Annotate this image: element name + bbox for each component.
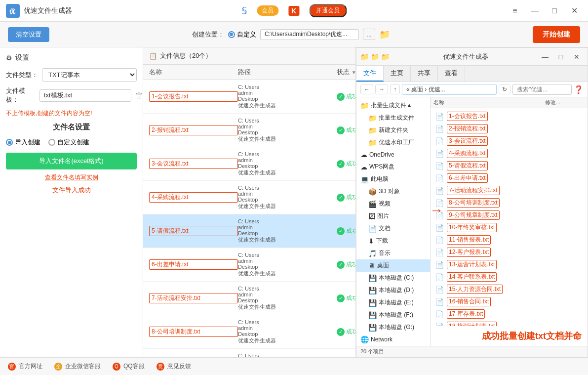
sogou-icon[interactable]: 𝕊	[241, 5, 247, 16]
radio-custom[interactable]: 自定义创建	[48, 138, 89, 147]
tree-item[interactable]: 🌐Network	[356, 333, 430, 345]
tree-item[interactable]: ☁WPS网盘	[356, 161, 430, 173]
folder-button[interactable]: 📁	[379, 29, 390, 40]
status-cell: ✓ 成功	[337, 126, 355, 134]
location-radio[interactable]: 自定义	[228, 30, 256, 39]
status-item-QQ客服[interactable]: QQQ客服	[113, 362, 145, 371]
refresh-btn[interactable]: ↻	[499, 84, 510, 94]
table-row[interactable]: 1-会议报告.txt C: UsersadminDesktop优速文件生成器 ✓…	[143, 80, 355, 114]
start-button[interactable]: 开始创建	[533, 26, 580, 43]
folder-red-icon: 📁	[371, 53, 379, 61]
menu-button[interactable]: ≡	[507, 4, 523, 18]
close-button[interactable]: ✕	[566, 4, 582, 18]
tree-icon: 💾	[368, 311, 377, 319]
file-item[interactable]: 📄9-公司规章制度.txt	[432, 209, 586, 221]
file-item[interactable]: 📄16-销售合同.txt	[432, 295, 586, 308]
check-icon: ✓	[337, 160, 345, 168]
status-item-官方网址[interactable]: 官官方网址	[8, 362, 42, 371]
tree-item[interactable]: 🎬视频	[356, 198, 430, 210]
tree-item[interactable]: 🎵音乐	[356, 247, 430, 259]
file-type-select[interactable]: TXT记事本	[42, 68, 137, 82]
file-item[interactable]: 📄1-会议报告.txt	[432, 110, 586, 123]
tree-item[interactable]: 🖼图片	[356, 210, 430, 222]
explorer-min[interactable]: —	[538, 51, 552, 63]
file-item[interactable]: 📄18-培训计划表.txt	[432, 320, 586, 326]
up-btn[interactable]: ↑	[390, 84, 400, 94]
tree-item[interactable]: ☁OneDrive	[356, 149, 430, 161]
table-row[interactable]: 7-活动流程安排.txt C: UsersadminDesktop优速文件生成器…	[143, 282, 355, 315]
file-item[interactable]: 📄3-会议流程.txt	[432, 135, 586, 147]
help-icon[interactable]: ❓	[574, 85, 584, 94]
address-bar[interactable]	[402, 84, 497, 95]
filename-title: 文件名设置	[6, 123, 137, 132]
table-row[interactable]: 6-出差申请.txt C: UsersadminDesktop优速文件生成器 ✓…	[143, 248, 355, 282]
tree-item[interactable]: 🖥桌面	[356, 259, 430, 272]
tree-item[interactable]: 📁批量生成文件	[356, 112, 430, 124]
status-item-企业微信客服[interactable]: 企企业微信客服	[54, 362, 101, 371]
table-row[interactable]: 4-采购流程.txt C: UsersadminDesktop优速文件生成器 ✓…	[143, 181, 355, 214]
explorer-close[interactable]: ✕	[570, 51, 584, 63]
tree-label: WPS网盘	[369, 163, 394, 171]
status-cell: ✓ 成功	[337, 328, 355, 336]
tree-item[interactable]: 📦3D 对象	[356, 185, 430, 198]
tree-item[interactable]: 📁优速水印工厂	[356, 136, 430, 149]
ribbon-tab-文件[interactable]: 文件	[356, 66, 384, 82]
tree-item[interactable]: 📁新建文件夹	[356, 124, 430, 136]
tree-item[interactable]: 📄文档	[356, 222, 430, 235]
settings-header: ⚙ 设置	[6, 53, 137, 62]
table-row[interactable]: 9-公司规章制度.txt C: UsersadminDesktop优速文件生成器…	[143, 349, 355, 357]
example-link[interactable]: 查看文件名填写实例	[6, 173, 137, 182]
file-template-input[interactable]	[39, 89, 131, 102]
clear-button[interactable]: 清空设置	[8, 27, 49, 42]
file-item[interactable]: 📄13-运营计划表.txt	[432, 258, 586, 271]
table-row[interactable]: 5-请假流程.txt C: UsersadminDesktop优速文件生成器 ✓…	[143, 214, 355, 248]
file-item[interactable]: 📄2-报销流程.txt	[432, 123, 586, 135]
status-cell: ✓ 成功	[337, 92, 355, 101]
delete-icon[interactable]: 🗑	[135, 91, 143, 100]
status-item-意见反馈[interactable]: 意意见反馈	[157, 362, 191, 371]
ribbon-tab-查看[interactable]: 查看	[438, 66, 465, 82]
search-input[interactable]	[512, 84, 572, 95]
import-button[interactable]: 导入文件名(excel格式)	[6, 153, 137, 169]
file-item[interactable]: 📄4-采购流程.txt	[432, 147, 586, 160]
item-count: 20 个项目	[360, 348, 384, 355]
path-input[interactable]	[260, 29, 359, 40]
dots-button[interactable]: ...	[363, 29, 375, 40]
txt-icon: 📄	[435, 137, 444, 145]
tree-item[interactable]: 💾本地磁盘 (C:)	[356, 272, 430, 284]
tree-icon: 🖼	[368, 212, 375, 220]
huiyuan-badge[interactable]: 会员	[257, 5, 278, 16]
tree-item[interactable]: 💻此电脑	[356, 173, 430, 185]
tree-item[interactable]: 💾本地磁盘 (F:)	[356, 309, 430, 321]
radio-import[interactable]: 导入创建	[6, 138, 40, 147]
file-item[interactable]: 📄6-出差申请.txt	[432, 172, 586, 184]
minimize-button[interactable]: —	[527, 4, 543, 18]
tree-item[interactable]: ⬇下载	[356, 235, 430, 247]
maximize-button[interactable]: □	[547, 4, 562, 18]
table-row[interactable]: 3-会议流程.txt C: UsersadminDesktop优速文件生成器 ✓…	[143, 147, 355, 181]
tree-icon: 💾	[368, 274, 377, 282]
explorer-max[interactable]: □	[554, 51, 568, 63]
file-item[interactable]: 📄11-销售报表.txt	[432, 234, 586, 246]
file-item[interactable]: 📄8-公司培训制度.txt	[432, 197, 586, 209]
k-badge: K	[288, 6, 299, 16]
file-item[interactable]: 📄5-请假流程.txt	[432, 160, 586, 172]
ribbon-tab-共享[interactable]: 共享	[411, 66, 438, 82]
ribbon-tab-主页[interactable]: 主页	[384, 66, 411, 82]
kaihui-button[interactable]: 开通会员	[309, 4, 347, 17]
table-row[interactable]: 2-报销流程.txt C: UsersadminDesktop优速文件生成器 ✓…	[143, 114, 355, 147]
back-btn[interactable]: ←	[360, 84, 373, 94]
file-item[interactable]: 📄17-库存表.txt	[432, 308, 586, 320]
file-item[interactable]: 📄7-活动流程安排.txt	[432, 184, 586, 197]
tree-item[interactable]: 💾本地磁盘 (E:)	[356, 296, 430, 309]
file-item[interactable]: 📄15-人力资源合同.txt	[432, 283, 586, 295]
file-item[interactable]: 📄10-年终奖审核.txt	[432, 221, 586, 234]
file-item[interactable]: 📄12-客户报表.txt	[432, 246, 586, 258]
sort-icon[interactable]: ▼	[352, 70, 356, 75]
tree-item[interactable]: 💾本地磁盘 (G:)	[356, 321, 430, 333]
forward-btn[interactable]: →	[375, 84, 388, 94]
file-item[interactable]: 📄14-客户联系表.txt	[432, 271, 586, 283]
table-row[interactable]: 8-公司培训制度.txt C: UsersadminDesktop优速文件生成器…	[143, 315, 355, 349]
tree-item[interactable]: 📁批量生成文件▲	[356, 99, 430, 112]
tree-item[interactable]: 💾本地磁盘 (D:)	[356, 284, 430, 296]
